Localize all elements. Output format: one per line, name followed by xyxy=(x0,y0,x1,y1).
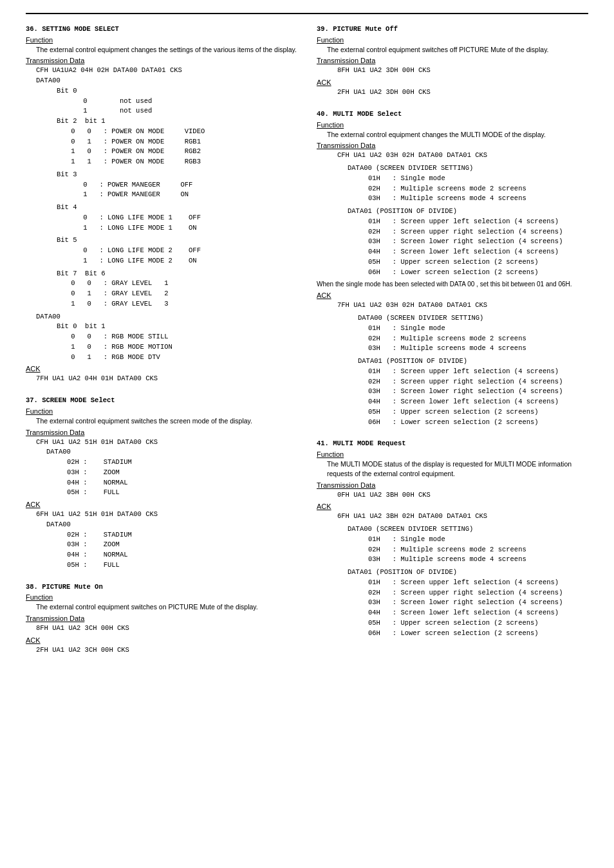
section-39-ack-data: 2FH UA1 UA2 3DH 00H CKS xyxy=(337,88,588,98)
section-37-v3: 04H : NORMAL xyxy=(67,478,297,488)
section-41-ack-data01-v3: 03H : Screen lower right selection (4 sc… xyxy=(368,598,588,608)
section-41-ack-label: ACK xyxy=(317,503,588,510)
section-37-function: Function xyxy=(26,407,297,415)
section-36-bit5-row2: 1 : LONG LIFE MODE 2 ON xyxy=(67,256,297,266)
top-divider xyxy=(26,13,588,14)
section-36-data00: DATA00 xyxy=(36,76,297,86)
section-36-bit0-row1: 0 not used xyxy=(67,97,297,107)
section-38-ack-data: 2FH UA1 UA2 3CH 00H CKS xyxy=(36,645,297,656)
section-40-data01-v2: 02H : Screen upper right selection (4 sc… xyxy=(368,227,588,237)
section-36-bit76-row1: 0 0 : GRAY LEVEL 1 xyxy=(67,279,297,289)
section-36-bit21-row1: 0 0 : POWER ON MODE VIDEO xyxy=(67,127,297,137)
section-36-bit76-label: Bit 7 Bit 6 xyxy=(57,269,297,279)
section-39-function: Function xyxy=(317,36,588,44)
section-41-ack-data01-v6: 06H : Lower screen selection (2 screens) xyxy=(368,629,588,639)
section-40-ack-data01-v1: 01H : Screen upper left selection (4 scr… xyxy=(368,367,588,377)
section-41-ack-data: 6FH UA1 UA2 3BH 02H DATA00 DATA01 CKS xyxy=(337,512,588,522)
section-41-ack-data01-v4: 04H : Screen lower left selection (4 scr… xyxy=(368,608,588,618)
section-40-data01-v5: 05H : Upper screen selection (2 screens) xyxy=(368,257,588,268)
section-41-title: 41. MULTI MODE Request xyxy=(317,439,588,449)
section-36-title: 36. SETTING MODE SELECT xyxy=(26,24,297,35)
section-39: 39. PICTURE Mute Off Function The extern… xyxy=(317,24,588,98)
section-37-ack-label: ACK xyxy=(26,501,297,508)
section-36-bit76-row2: 0 1 : GRAY LEVEL 2 xyxy=(67,289,297,299)
section-37-v4: 05H : FULL xyxy=(67,488,297,498)
section-41-ack-data00-v1: 01H : Single mode xyxy=(368,535,588,545)
section-37-title: 37. SCREEN MODE Select xyxy=(26,396,297,406)
section-41-ack-data01-v2: 02H : Screen upper right selection (4 sc… xyxy=(368,588,588,598)
section-36-desc: The external control equipment changes t… xyxy=(36,45,297,55)
section-36-bit3-row2: 1 : POWER MANEGER ON xyxy=(67,190,297,200)
section-40-ack-data01-v6: 06H : Lower screen selection (2 screens) xyxy=(368,418,588,428)
section-40-data00-v3: 03H : Multiple screens mode 4 screens xyxy=(368,194,588,204)
section-37-ack-v2: 03H : ZOOM xyxy=(67,540,297,550)
section-36-bit76-row3: 1 0 : GRAY LEVEL 3 xyxy=(67,299,297,309)
section-37-trans-data: CFH UA1 UA2 51H 01H DATA00 CKS xyxy=(36,438,297,448)
page-container: 36. SETTING MODE SELECT Function The ext… xyxy=(26,24,588,667)
section-40-data01-v3: 03H : Screen lower right selection (4 sc… xyxy=(368,237,588,247)
section-38-title: 38. PICTURE Mute On xyxy=(26,582,297,593)
section-36-bit3-row1: 0 : POWER MANEGER OFF xyxy=(67,180,297,190)
section-36-bit5-row1: 0 : LONG LIFE MODE 2 OFF xyxy=(67,246,297,256)
section-36-bit21-row2: 0 1 : POWER ON MODE RGB1 xyxy=(67,137,297,147)
section-40-ack-data00-v1: 01H : Single mode xyxy=(368,324,588,334)
section-41-ack-data00-v3: 03H : Multiple screens mode 4 screens xyxy=(368,555,588,565)
section-39-ack-label: ACK xyxy=(317,78,588,86)
section-40-ack-data01-label: DATA01 (POSITION OF DIVIDE) xyxy=(358,356,588,367)
section-36-bit21-row3: 1 0 : POWER ON MODE RGB2 xyxy=(67,147,297,157)
section-41-ack-data01-v1: 01H : Screen upper left selection (4 scr… xyxy=(368,578,588,588)
section-41-ack-data01-label: DATA01 (POSITION OF DIVIDE) xyxy=(348,568,588,578)
section-36-function: Function xyxy=(26,36,297,44)
section-40-data00-v1: 01H : Single mode xyxy=(368,174,588,184)
section-36-bit4-row2: 1 : LONG LIFE MODE 1 ON xyxy=(67,223,297,234)
section-38-desc: The external control equipment switches … xyxy=(36,602,297,612)
section-36-trans-label: Transmission Data xyxy=(26,57,297,64)
section-40-data00-v2: 02H : Multiple screens mode 2 screens xyxy=(368,184,588,194)
section-36: 36. SETTING MODE SELECT Function The ext… xyxy=(26,24,297,384)
section-37-data00: DATA00 xyxy=(46,447,297,457)
left-column: 36. SETTING MODE SELECT Function The ext… xyxy=(26,24,297,667)
section-40-ack-data01-v3: 03H : Screen lower right selection (4 sc… xyxy=(368,387,588,397)
section-40-ack-data: 7FH UA1 UA2 03H 02H DATA00 DATA01 CKS xyxy=(337,300,588,311)
section-41-ack-data00-label: DATA00 (SCREEN DIVIDER SETTING) xyxy=(348,524,588,535)
section-36-trans-data: CFH UA1UA2 04H 02H DATA00 DATA01 CKS xyxy=(36,66,297,76)
section-37-ack-v4: 05H : FULL xyxy=(67,560,297,571)
section-36-data01-bit-label: Bit 0 bit 1 xyxy=(57,322,297,332)
section-40-ack-data01-v5: 05H : Upper screen selection (2 screens) xyxy=(368,407,588,418)
section-39-trans-label: Transmission Data xyxy=(317,57,588,64)
section-41-trans-data: 0FH UA1 UA2 3BH 00H CKS xyxy=(337,490,588,501)
section-40-trans-data: CFH UA1 UA2 03H 02H DATA00 DATA01 CKS xyxy=(337,151,588,161)
section-36-data01-row3: 0 1 : RGB MODE DTV xyxy=(67,353,297,363)
section-36-bit4-label: Bit 4 xyxy=(57,203,297,213)
section-37-ack-data: 6FH UA1 UA2 51H 01H DATA00 CKS xyxy=(36,510,297,520)
section-36-ack-label: ACK xyxy=(26,365,297,373)
section-40-ack-data00-label: DATA00 (SCREEN DIVIDER SETTING) xyxy=(358,313,588,324)
section-36-data01-row2: 1 0 : RGB MODE MOTION xyxy=(67,342,297,353)
section-37-ack-data00: DATA00 xyxy=(46,520,297,530)
section-37-v1: 02H : STADIUM xyxy=(67,457,297,468)
section-37-v2: 03H : ZOOM xyxy=(67,468,297,478)
section-37-ack-v3: 04H : NORMAL xyxy=(67,550,297,560)
section-40-function: Function xyxy=(317,121,588,129)
section-38: 38. PICTURE Mute On Function The externa… xyxy=(26,582,297,656)
section-41-desc: The MULTI MODE status of the display is … xyxy=(327,459,588,478)
section-36-bit0-label: Bit 0 xyxy=(57,86,297,97)
section-40-ack-data00-v2: 02H : Multiple screens mode 2 screens xyxy=(368,334,588,344)
section-38-trans-data: 8FH UA1 UA2 3CH 00H CKS xyxy=(36,623,297,634)
section-36-ack-data: 7FH UA1 UA2 04H 01H DATA00 CKS xyxy=(36,374,297,384)
section-40-data01-v1: 01H : Screen upper left selection (4 scr… xyxy=(368,217,588,227)
section-41-ack-data00-v2: 02H : Multiple screens mode 2 screens xyxy=(368,545,588,555)
section-40-desc: The external control equipment changes t… xyxy=(327,130,588,140)
section-40-title: 40. MULTI MODE Select xyxy=(317,109,588,120)
section-37-ack-v1: 02H : STADIUM xyxy=(67,530,297,540)
section-40: 40. MULTI MODE Select Function The exter… xyxy=(317,109,588,427)
section-38-ack-label: ACK xyxy=(26,636,297,644)
section-38-trans-label: Transmission Data xyxy=(26,614,297,622)
section-36-bit3-label: Bit 3 xyxy=(57,170,297,180)
section-37-trans-label: Transmission Data xyxy=(26,429,297,436)
section-40-data01-v6: 06H : Lower screen selection (2 screens) xyxy=(368,268,588,278)
section-39-title: 39. PICTURE Mute Off xyxy=(317,24,588,35)
section-40-data01-label: DATA01 (POSITION OF DIVIDE) xyxy=(348,207,588,217)
section-40-ack-label: ACK xyxy=(317,291,588,299)
section-37: 37. SCREEN MODE Select Function The exte… xyxy=(26,396,297,570)
